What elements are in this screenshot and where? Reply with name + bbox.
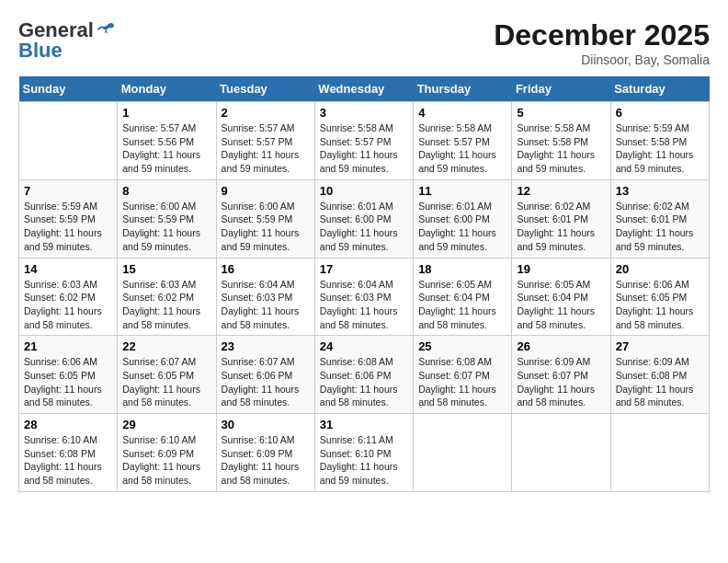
calendar-cell: 31Sunrise: 6:11 AMSunset: 6:10 PMDayligh… xyxy=(314,414,413,492)
day-number: 10 xyxy=(320,184,408,198)
day-number: 20 xyxy=(616,262,704,276)
weekday-header-sunday: Sunday xyxy=(19,76,118,102)
calendar-table: SundayMondayTuesdayWednesdayThursdayFrid… xyxy=(18,76,710,492)
calendar-cell: 21Sunrise: 6:06 AMSunset: 6:05 PMDayligh… xyxy=(19,336,118,414)
day-number: 17 xyxy=(320,262,408,276)
calendar-cell: 6Sunrise: 5:59 AMSunset: 5:58 PMDaylight… xyxy=(610,102,709,180)
day-info: Sunrise: 5:59 AMSunset: 5:59 PMDaylight:… xyxy=(24,200,112,254)
day-number: 1 xyxy=(122,106,210,120)
location: Diinsoor, Bay, Somalia xyxy=(494,52,710,67)
day-info: Sunrise: 6:05 AMSunset: 6:04 PMDaylight:… xyxy=(418,278,506,332)
calendar-cell: 18Sunrise: 6:05 AMSunset: 6:04 PMDayligh… xyxy=(414,258,512,336)
day-number: 18 xyxy=(418,262,506,276)
calendar-cell: 11Sunrise: 6:01 AMSunset: 6:00 PMDayligh… xyxy=(414,179,512,258)
day-number: 27 xyxy=(616,339,704,353)
calendar-cell xyxy=(610,414,709,492)
day-number: 14 xyxy=(24,262,112,276)
page-header: General Blue December 2025 Diinsoor, Bay… xyxy=(18,18,710,67)
logo: General Blue xyxy=(18,18,116,63)
day-info: Sunrise: 5:59 AMSunset: 5:58 PMDaylight:… xyxy=(616,121,704,176)
day-info: Sunrise: 6:10 AMSunset: 6:09 PMDaylight:… xyxy=(222,433,310,488)
day-info: Sunrise: 6:03 AMSunset: 6:02 PMDaylight:… xyxy=(122,278,210,332)
day-number: 22 xyxy=(122,339,210,353)
day-number: 24 xyxy=(320,339,408,353)
day-info: Sunrise: 6:03 AMSunset: 6:02 PMDaylight:… xyxy=(24,278,112,332)
weekday-header-thursday: Thursday xyxy=(414,76,512,102)
day-number: 9 xyxy=(222,184,310,198)
day-info: Sunrise: 6:05 AMSunset: 6:04 PMDaylight:… xyxy=(517,278,605,332)
weekday-header-saturday: Saturday xyxy=(610,76,709,102)
calendar-cell: 23Sunrise: 6:07 AMSunset: 6:06 PMDayligh… xyxy=(216,336,314,414)
calendar-cell: 14Sunrise: 6:03 AMSunset: 6:02 PMDayligh… xyxy=(19,258,118,336)
calendar-cell: 29Sunrise: 6:10 AMSunset: 6:09 PMDayligh… xyxy=(118,414,216,492)
day-number: 30 xyxy=(222,418,310,431)
day-info: Sunrise: 6:09 AMSunset: 6:07 PMDaylight:… xyxy=(517,355,605,409)
calendar-cell: 9Sunrise: 6:00 AMSunset: 5:59 PMDaylight… xyxy=(216,179,314,258)
weekday-header-row: SundayMondayTuesdayWednesdayThursdayFrid… xyxy=(19,76,710,102)
day-info: Sunrise: 5:58 AMSunset: 5:57 PMDaylight:… xyxy=(320,121,408,176)
week-row-2: 7Sunrise: 5:59 AMSunset: 5:59 PMDaylight… xyxy=(19,179,710,258)
day-number: 6 xyxy=(616,106,704,120)
calendar-cell: 10Sunrise: 6:01 AMSunset: 6:00 PMDayligh… xyxy=(314,179,413,258)
day-info: Sunrise: 6:07 AMSunset: 6:05 PMDaylight:… xyxy=(122,355,210,409)
day-info: Sunrise: 6:02 AMSunset: 6:01 PMDaylight:… xyxy=(616,200,704,254)
day-info: Sunrise: 6:07 AMSunset: 6:06 PMDaylight:… xyxy=(222,355,310,409)
day-number: 3 xyxy=(320,106,408,120)
day-number: 11 xyxy=(418,184,506,198)
day-info: Sunrise: 5:57 AMSunset: 5:56 PMDaylight:… xyxy=(122,121,210,176)
day-number: 8 xyxy=(122,184,210,198)
day-number: 29 xyxy=(122,418,210,431)
day-info: Sunrise: 6:04 AMSunset: 6:03 PMDaylight:… xyxy=(320,278,408,332)
day-info: Sunrise: 6:08 AMSunset: 6:06 PMDaylight:… xyxy=(320,355,408,409)
day-info: Sunrise: 6:00 AMSunset: 5:59 PMDaylight:… xyxy=(122,200,210,254)
day-info: Sunrise: 6:00 AMSunset: 5:59 PMDaylight:… xyxy=(222,200,310,254)
calendar-cell: 15Sunrise: 6:03 AMSunset: 6:02 PMDayligh… xyxy=(118,258,216,336)
calendar-cell: 7Sunrise: 5:59 AMSunset: 5:59 PMDaylight… xyxy=(19,179,118,258)
day-info: Sunrise: 5:58 AMSunset: 5:58 PMDaylight:… xyxy=(517,121,605,176)
calendar-cell: 1Sunrise: 5:57 AMSunset: 5:56 PMDaylight… xyxy=(118,102,216,180)
day-info: Sunrise: 6:06 AMSunset: 6:05 PMDaylight:… xyxy=(24,355,112,409)
logo-bird-icon xyxy=(96,20,116,40)
month-title: December 2025 xyxy=(494,18,710,52)
day-info: Sunrise: 6:08 AMSunset: 6:07 PMDaylight:… xyxy=(418,355,506,409)
calendar-cell: 22Sunrise: 6:07 AMSunset: 6:05 PMDayligh… xyxy=(118,336,216,414)
week-row-1: 1Sunrise: 5:57 AMSunset: 5:56 PMDaylight… xyxy=(19,102,710,180)
calendar-cell: 26Sunrise: 6:09 AMSunset: 6:07 PMDayligh… xyxy=(512,336,610,414)
day-number: 13 xyxy=(616,184,704,198)
weekday-header-wednesday: Wednesday xyxy=(314,76,413,102)
day-info: Sunrise: 6:01 AMSunset: 6:00 PMDaylight:… xyxy=(418,200,506,254)
calendar-cell: 30Sunrise: 6:10 AMSunset: 6:09 PMDayligh… xyxy=(216,414,314,492)
week-row-5: 28Sunrise: 6:10 AMSunset: 6:08 PMDayligh… xyxy=(19,414,710,492)
title-block: December 2025 Diinsoor, Bay, Somalia xyxy=(494,18,710,67)
day-number: 4 xyxy=(418,106,506,120)
day-number: 15 xyxy=(122,262,210,276)
calendar-cell: 28Sunrise: 6:10 AMSunset: 6:08 PMDayligh… xyxy=(19,414,118,492)
calendar-cell xyxy=(414,414,512,492)
calendar-cell: 13Sunrise: 6:02 AMSunset: 6:01 PMDayligh… xyxy=(610,179,709,258)
calendar-cell xyxy=(512,414,610,492)
week-row-4: 21Sunrise: 6:06 AMSunset: 6:05 PMDayligh… xyxy=(19,336,710,414)
day-number: 25 xyxy=(418,339,506,353)
calendar-cell: 25Sunrise: 6:08 AMSunset: 6:07 PMDayligh… xyxy=(414,336,512,414)
day-info: Sunrise: 6:11 AMSunset: 6:10 PMDaylight:… xyxy=(320,433,408,488)
weekday-header-tuesday: Tuesday xyxy=(216,76,314,102)
day-info: Sunrise: 6:10 AMSunset: 6:08 PMDaylight:… xyxy=(24,433,112,488)
day-number: 19 xyxy=(517,262,605,276)
calendar-cell: 8Sunrise: 6:00 AMSunset: 5:59 PMDaylight… xyxy=(118,179,216,258)
day-number: 7 xyxy=(24,184,112,198)
calendar-cell: 16Sunrise: 6:04 AMSunset: 6:03 PMDayligh… xyxy=(216,258,314,336)
day-info: Sunrise: 5:57 AMSunset: 5:57 PMDaylight:… xyxy=(222,121,310,176)
calendar-cell: 4Sunrise: 5:58 AMSunset: 5:57 PMDaylight… xyxy=(414,102,512,180)
week-row-3: 14Sunrise: 6:03 AMSunset: 6:02 PMDayligh… xyxy=(19,258,710,336)
calendar-cell: 2Sunrise: 5:57 AMSunset: 5:57 PMDaylight… xyxy=(216,102,314,180)
day-number: 12 xyxy=(517,184,605,198)
day-number: 2 xyxy=(222,106,310,120)
day-info: Sunrise: 6:04 AMSunset: 6:03 PMDaylight:… xyxy=(222,278,310,332)
calendar-cell: 17Sunrise: 6:04 AMSunset: 6:03 PMDayligh… xyxy=(314,258,413,336)
day-number: 21 xyxy=(24,339,112,353)
calendar-cell: 20Sunrise: 6:06 AMSunset: 6:05 PMDayligh… xyxy=(610,258,709,336)
day-number: 16 xyxy=(222,262,310,276)
logo-blue: Blue xyxy=(18,39,63,63)
day-info: Sunrise: 6:02 AMSunset: 6:01 PMDaylight:… xyxy=(517,200,605,254)
calendar-cell: 5Sunrise: 5:58 AMSunset: 5:58 PMDaylight… xyxy=(512,102,610,180)
